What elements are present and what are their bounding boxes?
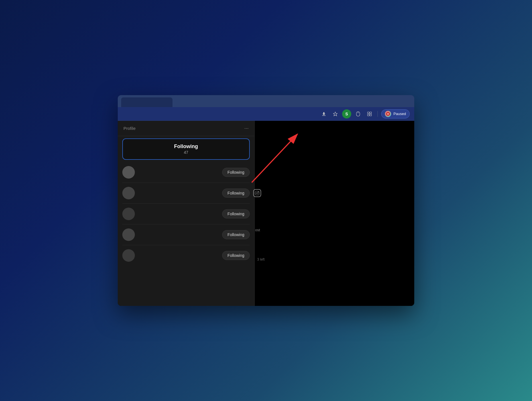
avatar — [122, 228, 135, 241]
svg-point-11 — [258, 192, 259, 192]
avatar — [122, 249, 135, 262]
svg-rect-0 — [322, 115, 326, 116]
user-info — [122, 187, 135, 199]
svg-rect-5 — [370, 112, 371, 114]
following-button-1[interactable]: Following — [222, 168, 250, 177]
partial-post-text: ost — [255, 228, 260, 232]
toolbar: S Paused — [118, 107, 414, 121]
paused-label: Paused — [393, 112, 406, 116]
following-button-4[interactable]: Following — [222, 230, 250, 239]
mouse-icon[interactable] — [354, 109, 363, 118]
panel-header: Profile ··· — [118, 121, 254, 136]
svg-rect-4 — [367, 112, 369, 114]
svg-marker-1 — [333, 112, 337, 116]
user-info — [122, 208, 135, 220]
spotify-icon[interactable]: S — [342, 109, 351, 118]
svg-rect-6 — [367, 114, 369, 116]
panel-menu-button[interactable]: ··· — [244, 125, 249, 131]
download-icon[interactable] — [319, 109, 328, 118]
browser-tab[interactable] — [121, 97, 172, 107]
following-list: Following Following — [118, 162, 254, 266]
avatar — [122, 187, 135, 199]
left-panel: Profile ··· Following 47 Following — [118, 121, 255, 306]
following-item: Following — [122, 162, 250, 183]
following-button-5[interactable]: Following — [222, 251, 250, 260]
right-panel — [255, 121, 414, 306]
svg-point-10 — [256, 192, 258, 194]
following-item: Following — [122, 204, 250, 224]
avatar — [122, 166, 135, 179]
user-info — [122, 166, 135, 179]
following-button-2[interactable]: Following — [222, 189, 250, 198]
tab-bar — [118, 95, 414, 107]
following-card-count: 47 — [129, 150, 243, 155]
following-item: Following 3 left — [122, 245, 250, 266]
star-icon[interactable] — [331, 109, 340, 118]
avatar — [122, 208, 135, 220]
user-avatar-small — [385, 111, 391, 117]
following-item: Following — [122, 183, 250, 204]
extensions-icon[interactable] — [365, 109, 374, 118]
following-card[interactable]: Following 47 — [122, 138, 250, 160]
instagram-icon — [253, 189, 261, 197]
user-info — [122, 249, 135, 262]
paused-button[interactable]: Paused — [381, 109, 410, 118]
following-button-3[interactable]: Following — [222, 209, 250, 218]
following-card-title: Following — [129, 144, 243, 150]
browser-window: S Paused — [118, 95, 414, 306]
user-info — [122, 228, 135, 241]
following-item: ming ming Following ost — [122, 224, 250, 245]
toolbar-separator — [377, 111, 378, 117]
page-content: Profile ··· Following 47 Following — [118, 121, 414, 306]
svg-rect-7 — [370, 114, 371, 116]
panel-title: Profile — [123, 126, 136, 131]
left-count-text: 3 left — [257, 257, 265, 261]
